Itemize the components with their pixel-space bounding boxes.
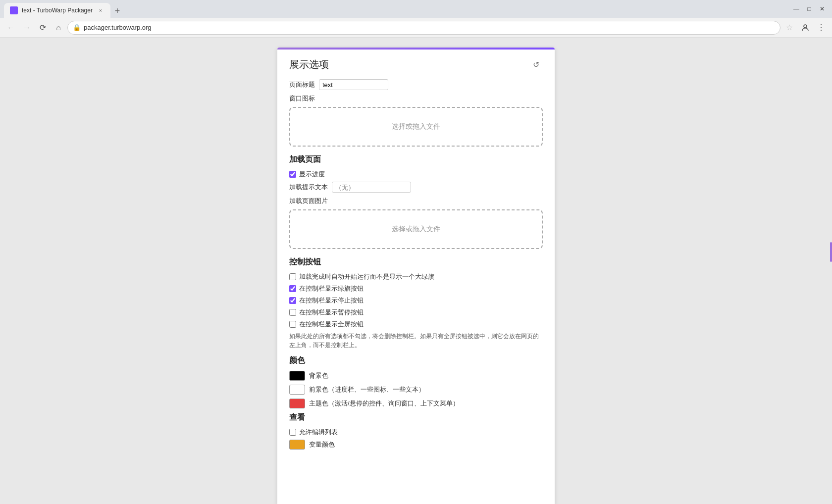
- show-green-flag-checkbox[interactable]: [289, 285, 296, 292]
- window-icon-drop-text: 选择或拖入文件: [392, 122, 440, 131]
- profile-button[interactable]: [798, 21, 812, 35]
- show-pause-label: 在控制栏显示暂停按钮: [299, 308, 364, 317]
- show-fullscreen-checkbox[interactable]: [289, 321, 296, 328]
- home-button[interactable]: ⌂: [52, 21, 65, 35]
- show-pause-checkbox[interactable]: [289, 309, 296, 316]
- tab-title: text - TurboWarp Packager: [22, 7, 93, 14]
- show-stop-label: 在控制栏显示停止按钮: [299, 296, 364, 305]
- svg-point-0: [804, 25, 807, 28]
- show-progress-checkbox[interactable]: [289, 171, 296, 178]
- controls-hint: 如果此处的所有选项都不勾选，将会删除控制栏。如果只有全屏按钮被选中，则它会放在网…: [289, 332, 543, 350]
- fg-color-row: 前景色（进度栏、一些图标、一些文本）: [289, 385, 543, 395]
- forward-button[interactable]: →: [20, 21, 34, 35]
- window-icon-drop-zone[interactable]: 选择或拖入文件: [289, 107, 543, 147]
- view-heading: 查看: [289, 412, 543, 423]
- variable-color-swatch[interactable]: [289, 440, 305, 450]
- loading-image-row: 加载页面图片: [289, 197, 543, 205]
- panel-header: 展示选项 ↺: [289, 57, 543, 71]
- reload-button[interactable]: ⟳: [36, 21, 50, 35]
- show-fullscreen-label: 在控制栏显示全屏按钮: [299, 320, 364, 329]
- theme-color-row: 主题色（激活/悬停的控件、询问窗口、上下文菜单）: [289, 399, 543, 408]
- bg-color-row: 背景色: [289, 371, 543, 381]
- loading-image-drop-zone[interactable]: 选择或拖入文件: [289, 209, 543, 249]
- page-title-row: 页面标题: [289, 79, 543, 90]
- loading-image-drop-text: 选择或拖入文件: [392, 225, 440, 234]
- loading-hint-input[interactable]: [332, 182, 411, 193]
- show-progress-label: 显示进度: [299, 170, 325, 179]
- scroll-feedback-indicator: [830, 242, 832, 262]
- tab-favicon: [10, 6, 18, 14]
- address-bar[interactable]: 🔒 packager.turbowarp.org: [67, 21, 780, 35]
- new-tab-button[interactable]: +: [110, 4, 124, 18]
- url-text: packager.turbowarp.org: [84, 24, 152, 31]
- show-green-flag-label: 在控制栏显示绿旗按钮: [299, 284, 364, 293]
- show-stop-row: 在控制栏显示停止按钮: [289, 296, 543, 305]
- window-icon-label: 窗口图标: [289, 94, 315, 103]
- auto-start-label: 加载完成时自动开始运行而不是显示一个大绿旗: [299, 272, 434, 281]
- tab-close-button[interactable]: ×: [97, 6, 104, 14]
- variable-color-label: 变量颜色: [309, 440, 335, 449]
- show-pause-row: 在控制栏显示暂停按钮: [289, 308, 543, 317]
- minimize-button[interactable]: —: [790, 3, 802, 15]
- page-title-label: 页面标题: [289, 80, 315, 89]
- page-title-input[interactable]: [319, 79, 388, 90]
- menu-button[interactable]: ⋮: [814, 21, 828, 35]
- allow-edit-row: 允许编辑列表: [289, 428, 543, 437]
- loading-page-heading: 加载页面: [289, 154, 543, 165]
- maximize-button[interactable]: □: [803, 3, 815, 15]
- show-progress-row: 显示进度: [289, 170, 543, 179]
- show-fullscreen-row: 在控制栏显示全屏按钮: [289, 320, 543, 329]
- allow-edit-checkbox[interactable]: [289, 429, 296, 436]
- bg-color-swatch[interactable]: [289, 371, 305, 381]
- window-icon-row: 窗口图标: [289, 94, 543, 103]
- back-button[interactable]: ←: [4, 21, 18, 35]
- theme-color-label: 主题色（激活/悬停的控件、询问窗口、上下文菜单）: [309, 399, 459, 408]
- lock-icon: 🔒: [73, 24, 81, 31]
- browser-content: 展示选项 ↺ 页面标题 窗口图标 选择或拖入文件 加载页面: [0, 38, 832, 504]
- variable-color-row: 变量颜色: [289, 440, 543, 450]
- show-stop-checkbox[interactable]: [289, 297, 296, 304]
- colors-heading: 颜色: [289, 355, 543, 366]
- fg-color-swatch[interactable]: [289, 385, 305, 395]
- show-green-flag-row: 在控制栏显示绿旗按钮: [289, 284, 543, 293]
- fg-color-label: 前景色（进度栏、一些图标、一些文本）: [309, 385, 425, 394]
- close-button[interactable]: ✕: [816, 3, 828, 15]
- loading-hint-row: 加载提示文本: [289, 182, 543, 193]
- controls-heading: 控制按钮: [289, 257, 543, 267]
- reset-button[interactable]: ↺: [529, 57, 543, 71]
- panel-title: 展示选项: [289, 58, 329, 71]
- main-panel: 展示选项 ↺ 页面标题 窗口图标 选择或拖入文件 加载页面: [277, 48, 555, 504]
- auto-start-row: 加载完成时自动开始运行而不是显示一个大绿旗: [289, 272, 543, 281]
- bg-color-label: 背景色: [309, 371, 328, 380]
- browser-toolbar: ← → ⟳ ⌂ 🔒 packager.turbowarp.org ☆ ⋮: [0, 18, 832, 38]
- theme-color-swatch[interactable]: [289, 399, 305, 408]
- loading-image-label: 加载页面图片: [289, 197, 328, 205]
- browser-tab[interactable]: text - TurboWarp Packager ×: [4, 3, 110, 18]
- loading-hint-label: 加载提示文本: [289, 183, 328, 192]
- allow-edit-label: 允许编辑列表: [299, 428, 338, 437]
- auto-start-checkbox[interactable]: [289, 273, 296, 280]
- bookmark-button[interactable]: ☆: [782, 21, 796, 35]
